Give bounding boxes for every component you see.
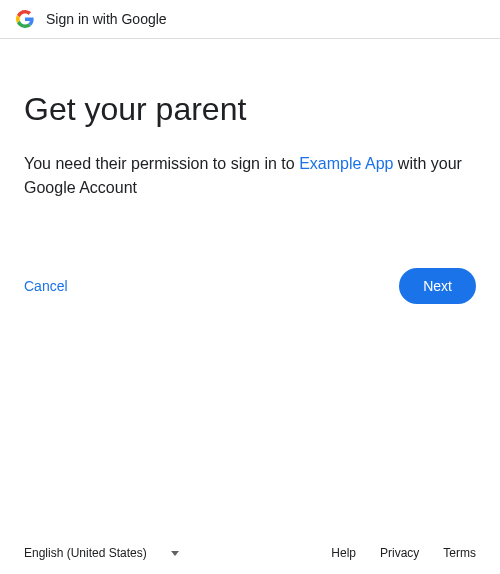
footer-links: Help Privacy Terms bbox=[331, 546, 476, 560]
description-text: You need their permission to sign in to … bbox=[24, 152, 476, 200]
description-prefix: You need their permission to sign in to bbox=[24, 155, 299, 172]
chevron-down-icon bbox=[171, 551, 179, 556]
header-bar: Sign in with Google bbox=[0, 0, 500, 39]
main-content: Get your parent You need their permissio… bbox=[0, 39, 500, 532]
privacy-link[interactable]: Privacy bbox=[380, 546, 419, 560]
page-title: Get your parent bbox=[24, 91, 476, 128]
google-logo-icon bbox=[16, 10, 34, 28]
language-selector[interactable]: English (United States) bbox=[24, 546, 179, 560]
next-button[interactable]: Next bbox=[399, 268, 476, 304]
header-title: Sign in with Google bbox=[46, 11, 167, 27]
terms-link[interactable]: Terms bbox=[443, 546, 476, 560]
language-label: English (United States) bbox=[24, 546, 147, 560]
app-name-link[interactable]: Example App bbox=[299, 155, 393, 172]
button-row: Cancel Next bbox=[24, 268, 476, 304]
cancel-button[interactable]: Cancel bbox=[24, 270, 68, 302]
help-link[interactable]: Help bbox=[331, 546, 356, 560]
footer: English (United States) Help Privacy Ter… bbox=[0, 532, 500, 574]
